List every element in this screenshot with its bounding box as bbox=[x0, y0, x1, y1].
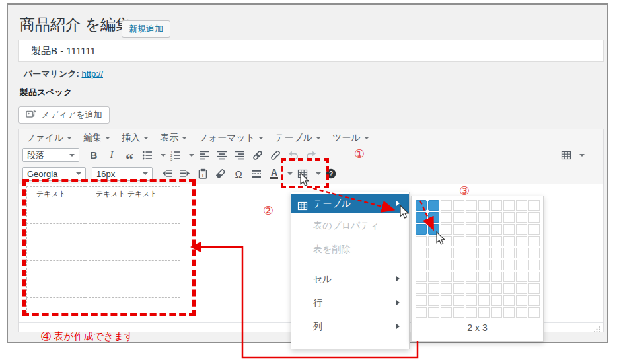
align-left-button[interactable] bbox=[196, 148, 212, 163]
grid-cell[interactable] bbox=[416, 224, 427, 235]
grid-cell[interactable] bbox=[478, 260, 490, 270]
grid-cell[interactable] bbox=[466, 307, 477, 318]
menubar-item-tools[interactable]: ツール bbox=[332, 132, 369, 144]
grid-cell[interactable] bbox=[516, 272, 527, 282]
grid-cell[interactable] bbox=[491, 212, 502, 223]
grid-cell[interactable] bbox=[466, 224, 477, 235]
menubar-item-edit[interactable]: 編集 bbox=[83, 132, 110, 144]
grid-cell[interactable] bbox=[516, 224, 527, 235]
grid-cell[interactable] bbox=[516, 236, 527, 246]
grid-cell[interactable] bbox=[428, 307, 439, 318]
bullet-list-button[interactable] bbox=[139, 148, 155, 163]
grid-cell[interactable] bbox=[491, 260, 502, 270]
grid-cell[interactable] bbox=[453, 236, 464, 246]
permalink-link[interactable]: http:// bbox=[81, 69, 103, 79]
menu-item-row[interactable]: 行 bbox=[291, 291, 409, 314]
post-title-input[interactable] bbox=[18, 40, 604, 62]
bold-button[interactable]: B bbox=[86, 148, 102, 163]
grid-cell[interactable] bbox=[441, 236, 452, 246]
grid-cell[interactable] bbox=[466, 212, 477, 223]
table-toggle-button[interactable] bbox=[558, 148, 585, 163]
grid-cell[interactable] bbox=[428, 236, 439, 246]
menubar-item-table[interactable]: テーブル bbox=[275, 132, 321, 144]
grid-cell[interactable] bbox=[441, 283, 452, 294]
grid-cell[interactable] bbox=[466, 272, 477, 282]
grid-cell[interactable] bbox=[503, 307, 515, 318]
grid-cell[interactable] bbox=[478, 236, 490, 246]
grid-cell[interactable] bbox=[516, 260, 527, 270]
grid-cell[interactable] bbox=[441, 212, 452, 223]
page-break-button[interactable] bbox=[248, 166, 264, 181]
grid-cell[interactable] bbox=[503, 212, 515, 223]
grid-cell[interactable] bbox=[466, 236, 477, 246]
menu-item-cell[interactable]: セル bbox=[291, 267, 409, 291]
grid-cell[interactable] bbox=[516, 200, 527, 211]
grid-cell[interactable] bbox=[503, 236, 515, 246]
grid-cell[interactable] bbox=[453, 200, 464, 211]
menu-item-column[interactable]: 列 bbox=[291, 314, 409, 338]
paste-as-text-button[interactable]: T bbox=[195, 166, 211, 181]
grid-cell[interactable] bbox=[516, 295, 527, 306]
grid-cell[interactable] bbox=[478, 212, 490, 223]
grid-cell[interactable] bbox=[491, 200, 502, 211]
menubar-item-format[interactable]: フォーマット bbox=[198, 132, 264, 144]
grid-cell[interactable] bbox=[416, 307, 427, 318]
grid-cell[interactable] bbox=[478, 224, 490, 235]
grid-cell[interactable] bbox=[503, 272, 515, 282]
menubar-item-insert[interactable]: 挿入 bbox=[122, 132, 149, 144]
grid-cell[interactable] bbox=[428, 283, 439, 294]
grid-cell[interactable] bbox=[416, 283, 427, 294]
grid-cell[interactable] bbox=[428, 248, 439, 258]
align-center-button[interactable] bbox=[214, 148, 230, 163]
grid-cell[interactable] bbox=[441, 224, 452, 235]
bullet-list-caret-icon[interactable] bbox=[161, 154, 166, 159]
align-right-button[interactable] bbox=[232, 148, 248, 163]
grid-cell[interactable] bbox=[528, 200, 540, 211]
grid-cell[interactable] bbox=[491, 295, 502, 306]
grid-cell[interactable] bbox=[466, 248, 477, 258]
grid-cell[interactable] bbox=[503, 200, 515, 211]
grid-cell[interactable] bbox=[478, 200, 490, 211]
italic-button[interactable]: I bbox=[104, 148, 120, 163]
grid-cell[interactable] bbox=[416, 260, 427, 270]
grid-cell[interactable] bbox=[453, 307, 464, 318]
remove-format-button[interactable] bbox=[213, 166, 229, 181]
grid-cell[interactable] bbox=[491, 307, 502, 318]
grid-cell[interactable] bbox=[478, 283, 490, 294]
grid-cell[interactable] bbox=[453, 272, 464, 282]
grid-cell[interactable] bbox=[478, 295, 490, 306]
grid-cell[interactable] bbox=[453, 295, 464, 306]
special-character-button[interactable]: Ω bbox=[231, 166, 246, 181]
grid-cell[interactable] bbox=[478, 248, 490, 258]
grid-cell[interactable] bbox=[466, 283, 477, 294]
grid-cell[interactable] bbox=[453, 283, 464, 294]
grid-cell[interactable] bbox=[528, 236, 540, 246]
numbered-list-caret-icon[interactable] bbox=[189, 154, 194, 159]
grid-cell[interactable] bbox=[453, 260, 464, 270]
grid-cell[interactable] bbox=[466, 295, 477, 306]
grid-cell[interactable] bbox=[416, 295, 427, 306]
grid-cell[interactable] bbox=[428, 200, 439, 211]
grid-cell[interactable] bbox=[416, 236, 427, 246]
resize-handle-icon[interactable] bbox=[593, 324, 601, 336]
grid-cell[interactable] bbox=[491, 272, 502, 282]
blockquote-button[interactable]: “ bbox=[122, 148, 137, 163]
grid-cell[interactable] bbox=[416, 248, 427, 258]
link-button[interactable] bbox=[250, 148, 266, 163]
menubar-item-file[interactable]: ファイル bbox=[26, 132, 72, 144]
add-new-button[interactable]: 新規追加 bbox=[122, 20, 170, 38]
grid-cell[interactable] bbox=[528, 272, 540, 282]
grid-cell[interactable] bbox=[441, 272, 452, 282]
grid-cell[interactable] bbox=[466, 200, 477, 211]
grid-cell[interactable] bbox=[528, 248, 540, 258]
grid-cell[interactable] bbox=[441, 307, 452, 318]
grid-cell[interactable] bbox=[453, 248, 464, 258]
grid-cell[interactable] bbox=[503, 260, 515, 270]
grid-cell[interactable] bbox=[453, 212, 464, 223]
grid-cell[interactable] bbox=[528, 224, 540, 235]
grid-cell[interactable] bbox=[491, 283, 502, 294]
grid-cell[interactable] bbox=[503, 224, 515, 235]
grid-cell[interactable] bbox=[478, 307, 490, 318]
grid-cell[interactable] bbox=[466, 260, 477, 270]
grid-cell[interactable] bbox=[441, 248, 452, 258]
